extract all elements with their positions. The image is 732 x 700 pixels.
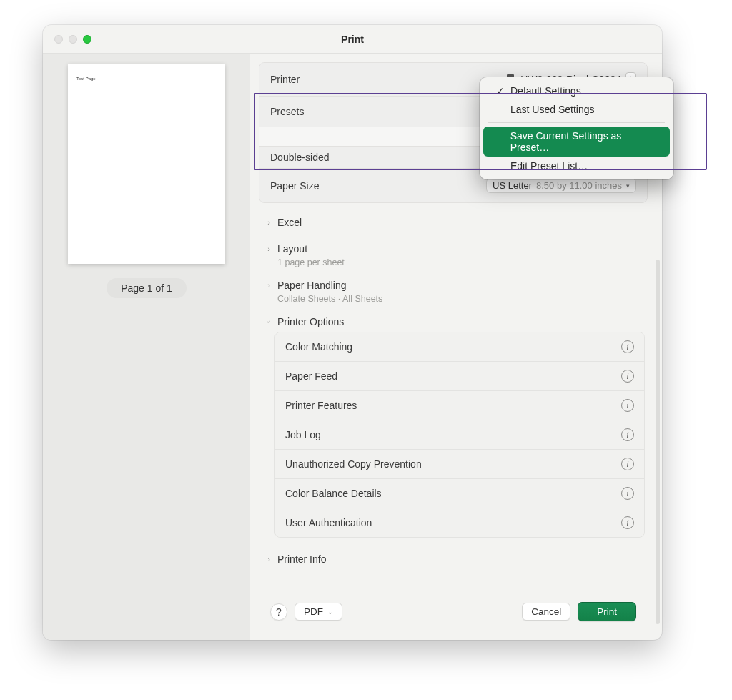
print-button[interactable]: Print bbox=[578, 602, 636, 621]
checkmark-icon: ✓ bbox=[496, 85, 506, 97]
chevron-right-icon: › bbox=[264, 245, 273, 253]
info-icon[interactable]: i bbox=[621, 516, 634, 529]
option-label: Unauthorized Copy Prevention bbox=[285, 458, 422, 470]
close-window-button[interactable] bbox=[54, 35, 63, 44]
paper-size-value: US Letter bbox=[493, 180, 532, 191]
section-printer-options[interactable]: › Printer Options bbox=[262, 310, 645, 329]
preset-save-current[interactable]: Save Current Settings as Preset… bbox=[483, 127, 670, 157]
option-unauthorized-copy[interactable]: Unauthorized Copy Prevention i bbox=[275, 450, 644, 479]
help-button[interactable]: ? bbox=[270, 603, 287, 621]
option-label: Paper Feed bbox=[285, 370, 337, 382]
zoom-window-button[interactable] bbox=[83, 35, 92, 44]
info-icon[interactable]: i bbox=[621, 370, 634, 383]
pdf-menu-button[interactable]: PDF ⌄ bbox=[295, 603, 342, 621]
option-label: User Authentication bbox=[285, 517, 372, 528]
page-indicator-badge: Page 1 of 1 bbox=[107, 278, 187, 298]
option-label: Printer Features bbox=[285, 400, 357, 411]
section-excel-label: Excel bbox=[277, 217, 302, 228]
presets-label: Presets bbox=[270, 106, 304, 117]
paper-size-label: Paper Size bbox=[270, 180, 319, 192]
option-color-matching[interactable]: Color Matching i bbox=[275, 332, 644, 362]
option-printer-features[interactable]: Printer Features i bbox=[275, 391, 644, 420]
printer-options-list: Color Matching i Paper Feed i Printer Fe… bbox=[274, 332, 645, 538]
cancel-button[interactable]: Cancel bbox=[522, 603, 570, 621]
chevron-right-icon: › bbox=[264, 281, 273, 290]
paper-size-select[interactable]: US Letter 8.50 by 11.00 inches ▾ bbox=[486, 178, 636, 193]
option-color-balance[interactable]: Color Balance Details i bbox=[275, 479, 644, 508]
preset-item-label: Save Current Settings as Preset… bbox=[510, 130, 660, 153]
preset-edit-list[interactable]: Edit Preset List… bbox=[483, 157, 670, 175]
disclosure-sections: › Excel › Layout 1 page per sheet › Pape… bbox=[259, 203, 648, 569]
double-sided-label: Double-sided bbox=[270, 152, 330, 163]
option-label: Color Balance Details bbox=[285, 488, 382, 499]
window-title: Print bbox=[43, 34, 662, 45]
menu-divider bbox=[488, 122, 665, 123]
section-excel[interactable]: › Excel bbox=[262, 210, 645, 230]
info-icon[interactable]: i bbox=[621, 487, 634, 500]
dialog-footer: ? PDF ⌄ Cancel Print bbox=[259, 593, 648, 631]
titlebar: Print bbox=[43, 25, 662, 54]
presets-dropdown-menu: ✓ Default Settings Last Used Settings Sa… bbox=[480, 77, 673, 179]
info-icon[interactable]: i bbox=[621, 428, 634, 441]
section-paper-handling[interactable]: › Paper Handling bbox=[262, 273, 645, 292]
option-job-log[interactable]: Job Log i bbox=[275, 420, 644, 450]
chevron-right-icon: › bbox=[264, 218, 273, 227]
section-printer-options-label: Printer Options bbox=[277, 316, 344, 327]
window-controls bbox=[43, 35, 92, 44]
info-icon[interactable]: i bbox=[621, 399, 634, 412]
chevron-down-icon: ▾ bbox=[626, 182, 630, 189]
info-icon[interactable]: i bbox=[621, 340, 634, 353]
section-layout[interactable]: › Layout bbox=[262, 237, 645, 256]
scrollbar[interactable] bbox=[656, 260, 660, 624]
section-paper-handling-label: Paper Handling bbox=[277, 280, 347, 291]
paper-size-dimensions: 8.50 by 11.00 inches bbox=[536, 180, 622, 191]
section-printer-info[interactable]: › Printer Info bbox=[262, 543, 645, 566]
chevron-down-icon: › bbox=[264, 317, 273, 326]
option-label: Job Log bbox=[285, 429, 321, 440]
preset-default-settings[interactable]: ✓ Default Settings bbox=[483, 82, 670, 100]
minimize-window-button[interactable] bbox=[69, 35, 77, 44]
page-preview[interactable]: Test Page bbox=[68, 64, 225, 264]
preview-content-text: Test Page bbox=[76, 77, 217, 81]
section-layout-label: Layout bbox=[277, 243, 307, 255]
option-label: Color Matching bbox=[285, 341, 352, 353]
preview-sidebar: Test Page Page 1 of 1 bbox=[43, 54, 250, 640]
preset-item-label: Default Settings bbox=[510, 85, 581, 97]
section-paper-handling-sub: Collate Sheets · All Sheets bbox=[262, 292, 645, 310]
chevron-down-icon: ⌄ bbox=[327, 608, 333, 616]
section-layout-sub: 1 page per sheet bbox=[262, 256, 645, 273]
preset-item-label: Last Used Settings bbox=[510, 104, 595, 115]
printer-label: Printer bbox=[270, 74, 300, 85]
section-printer-info-label: Printer Info bbox=[277, 553, 326, 565]
option-paper-feed[interactable]: Paper Feed i bbox=[275, 362, 644, 391]
preset-item-label: Edit Preset List… bbox=[510, 160, 588, 172]
chevron-right-icon: › bbox=[264, 555, 273, 563]
info-icon[interactable]: i bbox=[621, 458, 634, 470]
preset-last-used-settings[interactable]: Last Used Settings bbox=[483, 100, 670, 119]
option-user-auth[interactable]: User Authentication i bbox=[275, 508, 644, 537]
pdf-label: PDF bbox=[304, 606, 323, 617]
